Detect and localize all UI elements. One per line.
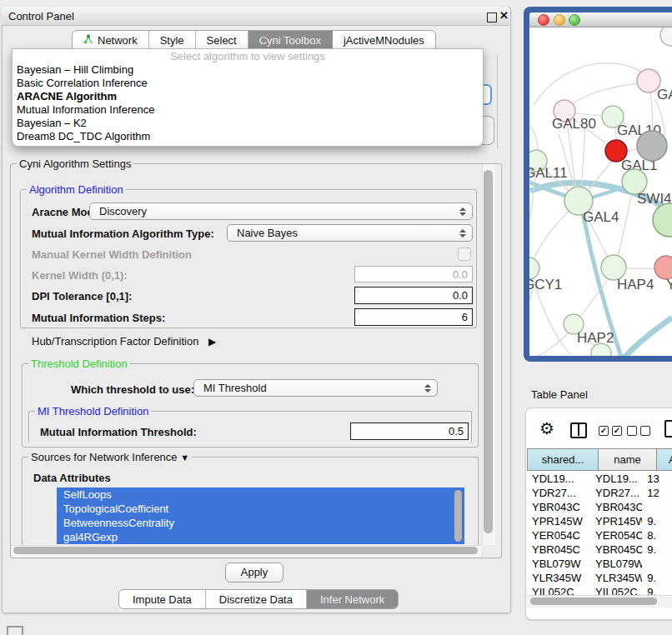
data-attribute-item[interactable]: SelfLoops <box>57 488 464 502</box>
table-cell <box>642 500 672 514</box>
data-attribute-item[interactable]: BetweennessCentrality <box>57 516 464 530</box>
aracne-mode-select[interactable]: Discovery <box>89 202 473 220</box>
dropdown-placeholder: Select algorithm to view settings <box>13 49 483 63</box>
manual-kernel-checkbox[interactable] <box>458 248 471 261</box>
zoom-traffic-light-icon[interactable] <box>569 14 580 26</box>
tab-label: Network <box>98 34 138 47</box>
table-cell <box>642 557 672 571</box>
table-cell: YPR145W <box>590 514 642 528</box>
which-threshold-select[interactable]: MI Threshold <box>193 379 438 397</box>
deselect-all-box-icon[interactable] <box>640 426 650 436</box>
gear-icon[interactable]: ⚙ <box>539 420 554 437</box>
expander-down-arrow-icon: ▼ <box>180 452 189 462</box>
table-cell: YPR145W <box>527 514 590 528</box>
document-icon[interactable] <box>664 420 672 438</box>
algorithm-definition-title: Algorithm Definition <box>27 184 126 195</box>
tab-infer-network[interactable]: Infer Network <box>307 590 398 608</box>
table-cell: YBL079W <box>590 557 642 571</box>
table-horizontal-scrollbar-thumb[interactable] <box>530 598 657 605</box>
table-row[interactable]: YPR145WYPR145W9. <box>527 514 672 528</box>
threshold-definition-title: Threshold Definition <box>28 358 130 369</box>
show-columns-icon[interactable] <box>570 422 587 438</box>
column-header-partial[interactable]: A <box>657 448 672 471</box>
tab-select[interactable]: Select <box>196 31 248 50</box>
which-threshold-label: Which threshold to use: <box>71 383 194 396</box>
table-row[interactable]: YLR345WYLR345W9. <box>527 571 672 585</box>
network-node[interactable] <box>637 131 667 161</box>
network-node-label: GCY1 <box>529 277 562 292</box>
deselect-all-box-icon[interactable] <box>627 426 637 436</box>
table-row[interactable]: YBL079WYBL079W <box>527 557 672 571</box>
tab-network[interactable]: Network <box>73 31 149 50</box>
settings-horizontal-scrollbar-thumb[interactable] <box>13 547 478 554</box>
float-window-icon[interactable] <box>487 12 497 22</box>
spinner-arrows-icon <box>459 229 466 238</box>
settings-vertical-scrollbar-thumb[interactable] <box>484 170 493 533</box>
tab-label: Impute Data <box>133 593 192 606</box>
algorithm-option[interactable]: Basic Correlation Inference <box>13 77 483 90</box>
network-node-label: GAL <box>657 87 672 102</box>
column-header-shared[interactable]: shared... <box>527 448 599 471</box>
algorithm-option[interactable]: Bayesian – K2 <box>13 117 483 130</box>
bottom-tabbar: Impute Data Discretize Data Infer Networ… <box>118 589 399 609</box>
table-row[interactable]: YDR27...YDR27...12 <box>527 486 672 500</box>
column-header-name[interactable]: name <box>599 448 657 471</box>
algorithm-option[interactable]: Bayesian – Hill Climbing <box>13 63 483 77</box>
minimize-traffic-light-icon[interactable] <box>554 14 565 26</box>
network-node[interactable] <box>660 28 672 46</box>
data-attribute-item[interactable]: TopologicalCoefficient <box>57 502 464 516</box>
select-all-check-icon[interactable]: ✓ <box>612 426 622 436</box>
hub-definition-expander[interactable]: Hub/Transcription Factor Definition ▶ <box>32 335 216 348</box>
network-icon <box>83 34 93 47</box>
table-body: YDL19...YDL19...13YDR27...YDR27...12YBR0… <box>527 472 672 595</box>
hidden-groupbox-edge <box>497 55 498 148</box>
network-node-label: HAP4 <box>617 277 654 292</box>
table-header-row: shared... name A <box>527 448 672 471</box>
apply-button[interactable]: Apply <box>225 562 283 582</box>
close-traffic-light-icon[interactable] <box>538 14 549 26</box>
table-cell: YLR345W <box>527 571 590 585</box>
tab-label: Discretize Data <box>219 593 293 606</box>
select-all-check-icon[interactable]: ✓ <box>599 426 609 436</box>
network-node[interactable] <box>654 256 672 279</box>
expander-right-arrow-icon: ▶ <box>208 336 216 348</box>
table-cell: YLR345W <box>590 571 642 585</box>
table-cell: YBR045C <box>590 542 642 557</box>
table-row[interactable]: YBR043CYBR043C <box>527 500 672 514</box>
manual-kernel-label: Manual Kernel Width Definition <box>32 248 192 261</box>
tab-discretize-data[interactable]: Discretize Data <box>206 590 307 608</box>
close-icon[interactable]: ✕ <box>499 9 509 22</box>
tab-label: Style <box>160 34 184 47</box>
table-cell: YDR27... <box>527 486 590 500</box>
table-cell: YBR043C <box>527 500 590 514</box>
tab-jactivemnodules[interactable]: jActiveMNodules <box>333 31 435 50</box>
cyni-settings-group-title: Cyni Algorithm Settings <box>17 158 133 169</box>
dpi-tolerance-field[interactable]: 0.0 <box>354 287 473 304</box>
spinner-arrows-icon <box>459 208 466 216</box>
network-canvas[interactable]: GALGAL80GAL10GAL1GAL11SWI4GAL4GCY1HAP4YH… <box>529 28 672 356</box>
kernel-width-field[interactable]: 0.0 <box>354 266 473 282</box>
hub-definition-label: Hub/Transcription Factor Definition <box>32 335 198 348</box>
tab-impute-data[interactable]: Impute Data <box>119 590 206 608</box>
algorithm-option[interactable]: ARACNE Algorithm <box>13 90 483 103</box>
mi-steps-field[interactable]: 6 <box>354 308 473 326</box>
network-node-label: HAP2 <box>577 330 614 346</box>
tab-style[interactable]: Style <box>149 31 196 50</box>
tab-label: Infer Network <box>320 593 384 606</box>
algorithm-option[interactable]: Mutual Information Inference <box>13 103 483 117</box>
tab-cyni-toolbox[interactable]: Cyni Toolbox <box>248 31 333 50</box>
minimized-window-icon[interactable] <box>7 626 23 635</box>
mi-type-select[interactable]: Naive Bayes <box>227 224 473 242</box>
table-cell: YDR27... <box>590 486 642 500</box>
table-row[interactable]: YBR045CYBR045C9. <box>527 542 672 557</box>
algorithm-option[interactable]: Dream8 DC_TDC Algorithm <box>13 130 483 143</box>
table-row[interactable]: YIL052CYIL052C9. <box>527 585 672 595</box>
network-node[interactable] <box>653 203 672 237</box>
table-row[interactable]: YDL19...YDL19...13 <box>527 472 672 486</box>
attributes-scrollbar-thumb[interactable] <box>454 490 462 542</box>
data-attribute-item[interactable]: gal4RGexp <box>57 530 464 544</box>
mi-threshold-field[interactable]: 0.5 <box>350 422 469 440</box>
table-row[interactable]: YER054CYER054C8. <box>527 528 672 542</box>
sources-expander[interactable]: Sources for Network Inference ▼ <box>28 452 192 463</box>
mi-type-value: Naive Bayes <box>237 227 298 239</box>
